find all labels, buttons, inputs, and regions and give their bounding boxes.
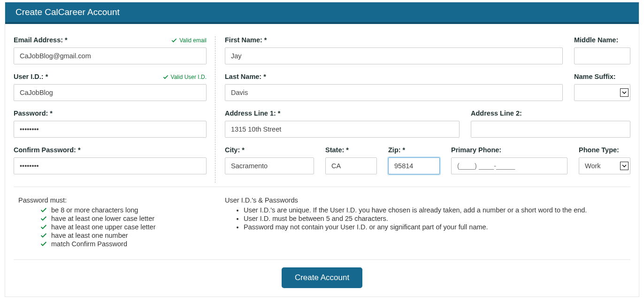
city-group: City: * [225, 146, 314, 174]
confirm-password-label: Confirm Password: * [14, 146, 207, 154]
last-name-label: Last Name: * [225, 73, 563, 80]
addr1-input[interactable] [225, 121, 460, 138]
last-name-input[interactable] [225, 84, 563, 101]
userid-rules: User I.D.'s & Passwords User I.D.'s are … [215, 196, 630, 248]
list-item: Password may not contain your User I.D. … [244, 223, 630, 231]
rules-row: Password must: be 8 or more characters l… [14, 187, 630, 248]
suffix-select[interactable] [574, 84, 630, 101]
list-item: have at least one number [40, 231, 215, 240]
password-rules-heading: Password must: [18, 196, 215, 204]
city-label: City: * [225, 146, 314, 154]
panel-body: Email Address: * Valid email User I.D.: … [5, 24, 639, 297]
first-name-group: First Name: * [225, 36, 563, 64]
phone-label: Primary Phone: [451, 146, 567, 154]
userid-valid-text: Valid User I.D. [171, 74, 207, 80]
check-icon [171, 37, 177, 44]
zip-label: Zip: * [388, 146, 440, 154]
userid-rules-list: User I.D.'s are unique. If the User I.D.… [225, 206, 630, 231]
confirm-password-field-group: Confirm Password: * [14, 146, 207, 174]
suffix-label: Name Suffix: [574, 73, 630, 80]
panel-header: Create CalCareer Account [5, 2, 639, 24]
userid-valid-indicator: Valid User I.D. [162, 74, 207, 80]
state-label: State: * [325, 146, 377, 154]
create-account-button[interactable]: Create Account [282, 267, 362, 288]
list-item: User I.D. must be between 5 and 25 chara… [244, 214, 630, 223]
check-icon [162, 74, 169, 80]
suffix-group: Name Suffix: [574, 73, 630, 101]
password-rules-list: be 8 or more characters long have at lea… [18, 206, 215, 248]
userid-rules-heading: User I.D.'s & Passwords [225, 196, 630, 204]
list-item: be 8 or more characters long [40, 206, 215, 214]
action-row: Create Account [14, 259, 630, 288]
check-icon [40, 206, 47, 214]
list-item: have at least one lower case letter [40, 214, 215, 223]
addr2-input[interactable] [471, 121, 630, 138]
userid-field-group: User I.D.: * Valid User I.D. [14, 73, 207, 101]
phone-type-group: Phone Type: Work [579, 146, 630, 174]
phone-group: Primary Phone: [451, 146, 567, 174]
addr1-label: Address Line 1: * [225, 109, 460, 117]
check-icon [40, 240, 47, 248]
password-input[interactable] [14, 121, 207, 138]
list-item: match Confirm Password [40, 240, 215, 248]
city-input[interactable] [225, 157, 314, 174]
personal-column: First Name: * Middle Name: Last Name: * [215, 36, 630, 183]
email-valid-text: Valid email [179, 37, 207, 44]
middle-name-group: Middle Name: [574, 36, 630, 64]
password-rules: Password must: be 8 or more characters l… [14, 196, 215, 248]
addr2-label: Address Line 2: [471, 109, 630, 117]
addr2-group: Address Line 2: [471, 109, 630, 138]
email-input[interactable] [14, 47, 207, 64]
addr1-group: Address Line 1: * [225, 109, 460, 138]
email-valid-indicator: Valid email [171, 37, 207, 44]
zip-input[interactable] [388, 157, 440, 174]
state-group: State: * [325, 146, 377, 174]
confirm-password-input[interactable] [14, 157, 207, 174]
last-name-group: Last Name: * [225, 73, 563, 101]
list-item: User I.D.'s are unique. If the User I.D.… [244, 206, 630, 214]
first-name-input[interactable] [225, 47, 563, 64]
list-item: have at least one upper case letter [40, 223, 215, 231]
email-label: Email Address: * [14, 36, 68, 44]
password-field-group: Password: * [14, 109, 207, 138]
userid-label: User I.D.: * [14, 73, 48, 80]
phone-type-label: Phone Type: [579, 146, 630, 154]
first-name-label: First Name: * [225, 36, 563, 44]
check-icon [40, 232, 47, 239]
middle-name-input[interactable] [574, 47, 630, 64]
panel-title: Create CalCareer Account [15, 7, 120, 17]
userid-input[interactable] [14, 84, 207, 101]
email-field-group: Email Address: * Valid email [14, 36, 207, 64]
middle-name-label: Middle Name: [574, 36, 630, 44]
check-icon [40, 215, 47, 222]
password-label: Password: * [14, 109, 207, 117]
check-icon [40, 223, 47, 231]
account-column: Email Address: * Valid email User I.D.: … [14, 36, 215, 183]
state-input[interactable] [325, 157, 377, 174]
phone-type-select[interactable]: Work [579, 157, 630, 174]
phone-input[interactable] [451, 157, 567, 174]
zip-group: Zip: * [388, 146, 440, 174]
create-account-panel: Create CalCareer Account Email Address: … [5, 2, 639, 297]
